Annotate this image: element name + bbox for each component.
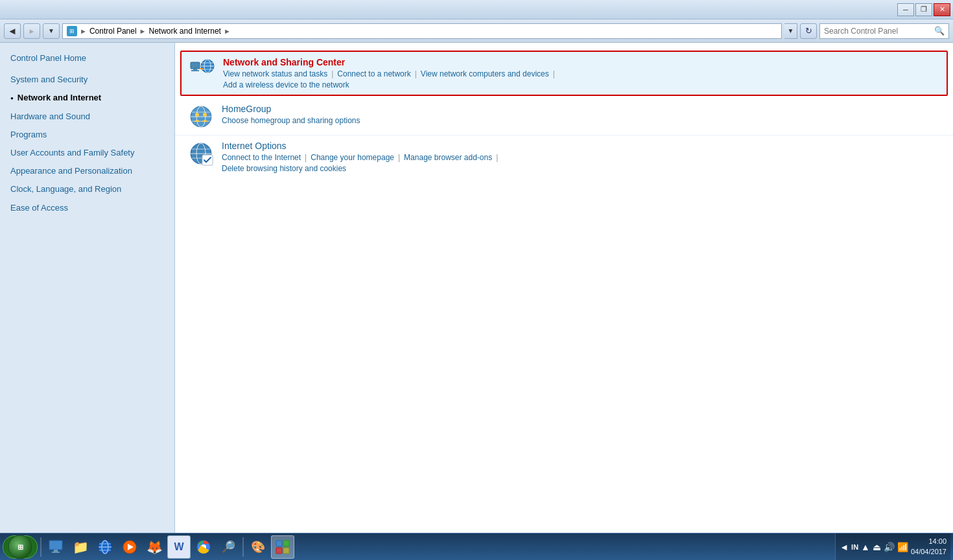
- address-path[interactable]: ⊞ ► Control Panel ► Network and Internet…: [62, 23, 782, 39]
- taskbar-firefox[interactable]: 🦊: [143, 535, 166, 559]
- section-homegroup: HomeGroup Choose homegroup and sharing o…: [175, 99, 953, 135]
- taskbar-ie[interactable]: [93, 535, 117, 559]
- sidebar-home[interactable]: Control Panel Home: [0, 49, 174, 71]
- taskbar-divider-1: [40, 537, 41, 557]
- manage-addons-link[interactable]: Manage browser add-ons: [404, 153, 492, 162]
- sep-6: |: [496, 153, 498, 162]
- search-input[interactable]: [824, 27, 932, 36]
- window-controls: ─ ❐ ✕: [897, 3, 950, 16]
- clock-date: 04/04/2017: [911, 547, 947, 557]
- tray-language: IN: [851, 543, 858, 551]
- main-container: Control Panel Home System and Security N…: [0, 43, 953, 533]
- path-dropdown-button[interactable]: ▼: [784, 23, 797, 39]
- section-internet-options: Internet Options Connect to the Internet…: [175, 135, 953, 178]
- svg-rect-1: [193, 69, 197, 70]
- sidebar-item-programs[interactable]: Programs: [0, 126, 174, 144]
- svg-rect-2: [191, 70, 199, 71]
- dropdown-button[interactable]: ▼: [43, 23, 60, 39]
- sidebar-item-appearance[interactable]: Appearance and Personalization: [0, 162, 174, 180]
- taskbar-explorer[interactable]: 📁: [69, 535, 92, 559]
- path-control-panel[interactable]: Control Panel: [89, 27, 137, 36]
- path-separator-2: ►: [139, 27, 147, 35]
- taskbar-search-tool[interactable]: 🔎: [217, 535, 240, 559]
- sep-3: |: [553, 69, 555, 78]
- connect-network-link[interactable]: Connect to a network: [337, 69, 410, 78]
- sidebar-item-clock-language[interactable]: Clock, Language, and Region: [0, 180, 174, 198]
- system-clock[interactable]: 14:00 04/04/2017: [911, 537, 947, 557]
- sidebar: Control Panel Home System and Security N…: [0, 43, 175, 533]
- taskbar: ⊞ 📁 🦊 W: [0, 533, 953, 560]
- refresh-button[interactable]: ↻: [800, 23, 817, 39]
- taskbar-media[interactable]: [118, 535, 141, 559]
- sep-5: |: [398, 153, 400, 162]
- internet-options-title[interactable]: Internet Options: [222, 141, 940, 151]
- tray-usb-icon[interactable]: ⏏: [873, 542, 881, 552]
- internet-options-links: Connect to the Internet | Change your ho…: [222, 153, 940, 162]
- delete-history-link[interactable]: Delete browsing history and cookies: [222, 164, 346, 173]
- internet-options-content: Internet Options Connect to the Internet…: [222, 141, 940, 173]
- choose-homegroup-link[interactable]: Choose homegroup and sharing options: [222, 116, 360, 125]
- back-button[interactable]: ◄: [4, 23, 21, 39]
- content-area: Network and Sharing Center View network …: [175, 43, 953, 533]
- internet-options-icon: [188, 141, 214, 167]
- path-separator-3: ►: [224, 27, 231, 35]
- svg-rect-36: [276, 541, 282, 546]
- homegroup-icon: [188, 104, 214, 130]
- internet-options-sublinks: Delete browsing history and cookies: [222, 163, 940, 173]
- view-network-link[interactable]: View network status and tasks: [223, 69, 327, 78]
- homegroup-content: HomeGroup Choose homegroup and sharing o…: [222, 104, 940, 125]
- tray-signal-icon[interactable]: 📶: [897, 542, 908, 552]
- svg-rect-25: [54, 550, 58, 552]
- network-sharing-icon: [189, 57, 215, 83]
- network-sharing-links: View network status and tasks | Connect …: [223, 69, 939, 78]
- taskbar-paint[interactable]: 🎨: [246, 535, 270, 559]
- address-bar: ◄ ► ▼ ⊞ ► Control Panel ► Network and In…: [0, 19, 953, 43]
- svg-rect-37: [283, 541, 289, 546]
- system-tray: ◄ IN ▲ ⏏ 🔊 📶 14:00 04/04/2017: [835, 533, 950, 560]
- change-homepage-link[interactable]: Change your homepage: [311, 153, 394, 162]
- forward-button[interactable]: ►: [23, 23, 40, 39]
- controlpanel-icon: ⊞: [67, 26, 77, 36]
- view-computers-link[interactable]: View network computers and devices: [421, 69, 549, 78]
- sidebar-item-network-internet[interactable]: Network and Internet: [0, 89, 174, 107]
- sep-2: |: [415, 69, 417, 78]
- add-wireless-link[interactable]: Add a wireless device to the network: [223, 80, 349, 89]
- tray-volume-icon[interactable]: 🔊: [884, 542, 895, 552]
- minimize-button[interactable]: ─: [897, 3, 914, 16]
- svg-rect-38: [276, 548, 282, 554]
- homegroup-title[interactable]: HomeGroup: [222, 104, 940, 114]
- homegroup-links: Choose homegroup and sharing options: [222, 116, 940, 125]
- svg-rect-39: [283, 548, 289, 554]
- taskbar-word[interactable]: W: [167, 535, 191, 559]
- search-icon[interactable]: 🔍: [934, 26, 945, 36]
- taskbar-cp-active[interactable]: [271, 535, 294, 559]
- taskbar-divider-2: [242, 537, 244, 557]
- title-bar: ─ ❐ ✕: [0, 0, 953, 19]
- taskbar-show-desktop[interactable]: [44, 535, 67, 559]
- path-separator-1: ►: [80, 27, 87, 35]
- clock-time: 14:00: [911, 537, 947, 546]
- tray-network-icon[interactable]: ▲: [861, 542, 870, 552]
- restore-button[interactable]: ❐: [915, 3, 932, 16]
- taskbar-chrome[interactable]: [192, 535, 215, 559]
- tray-arrow[interactable]: ◄: [840, 542, 849, 552]
- network-sharing-title[interactable]: Network and Sharing Center: [223, 57, 939, 67]
- svg-rect-0: [191, 62, 200, 69]
- sidebar-item-ease-access[interactable]: Ease of Access: [0, 199, 174, 217]
- svg-rect-24: [49, 541, 62, 550]
- connect-internet-link[interactable]: Connect to the Internet: [222, 153, 301, 162]
- svg-rect-26: [52, 552, 60, 553]
- network-sharing-content: Network and Sharing Center View network …: [223, 57, 939, 89]
- section-network-sharing: Network and Sharing Center View network …: [180, 51, 948, 96]
- sidebar-item-hardware-sound[interactable]: Hardware and Sound: [0, 108, 174, 126]
- sidebar-item-system-security[interactable]: System and Security: [0, 71, 174, 89]
- start-button[interactable]: ⊞: [3, 535, 38, 559]
- sep-4: |: [305, 153, 307, 162]
- network-sharing-sublinks: Add a wireless device to the network: [223, 80, 939, 89]
- search-box: 🔍: [819, 23, 949, 39]
- path-network-internet[interactable]: Network and Internet: [149, 27, 221, 36]
- sidebar-item-user-accounts[interactable]: User Accounts and Family Safety: [0, 144, 174, 162]
- svg-point-14: [195, 113, 199, 117]
- sep-1: |: [331, 69, 333, 78]
- close-button[interactable]: ✕: [934, 3, 950, 16]
